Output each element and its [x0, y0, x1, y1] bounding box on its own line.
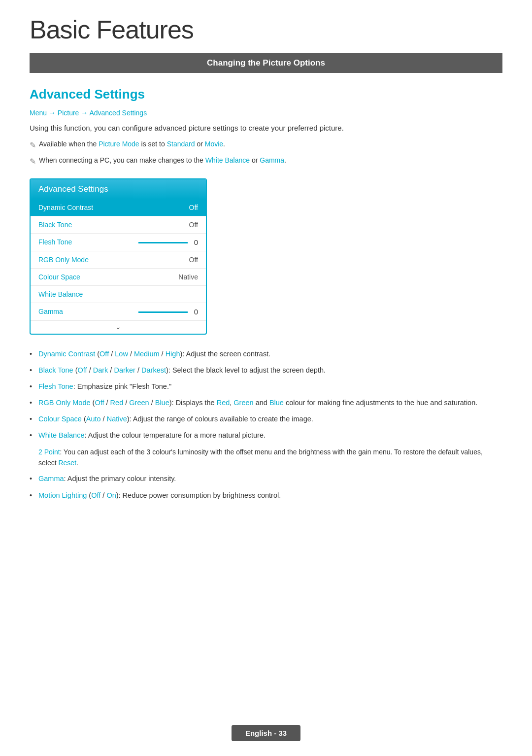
- bullet-ft-link: Flesh Tone: [38, 382, 73, 390]
- bullet-rgb-link: RGB Only Mode: [38, 399, 91, 407]
- menu-item-white-balance-label: White Balance: [38, 290, 83, 298]
- note-1-standard: Standard: [167, 140, 195, 148]
- menu-item-rgb-only-mode-value: Off: [189, 256, 198, 264]
- bullet-rgb-red2: Red: [217, 399, 230, 407]
- note-icon-2: ✎: [30, 156, 36, 168]
- menu-item-white-balance[interactable]: White Balance: [31, 286, 206, 303]
- breadcrumb-arrow1: →: [49, 109, 56, 117]
- bullet-bt-darkest: Darkest: [141, 366, 166, 374]
- menu-box: Advanced Settings Dynamic Contrast Off B…: [30, 178, 207, 335]
- note-1: ✎ Available when the Picture Mode is set…: [30, 139, 502, 151]
- breadcrumb-advanced: Advanced Settings: [89, 109, 147, 117]
- menu-item-flesh-tone[interactable]: Flesh Tone 0: [31, 234, 206, 251]
- note-2-text: When connecting a PC, you can make chang…: [39, 155, 286, 166]
- reset-link: Reset: [58, 459, 76, 467]
- bullet-rgb-green2: Green: [233, 399, 253, 407]
- note-1-picture-mode: Picture Mode: [99, 140, 139, 148]
- menu-box-title: Advanced Settings: [31, 179, 206, 199]
- bullet-rgb-blue: Blue: [155, 399, 169, 407]
- menu-item-flesh-tone-label: Flesh Tone: [38, 238, 72, 246]
- bullet-rgb-green: Green: [129, 399, 149, 407]
- menu-item-dynamic-contrast[interactable]: Dynamic Contrast Off: [31, 199, 206, 216]
- flesh-tone-number: 0: [194, 238, 198, 246]
- bullet-ml-on: On: [106, 491, 116, 499]
- menu-item-black-tone-value: Off: [189, 221, 198, 229]
- section-header: Changing the Picture Options: [30, 53, 502, 73]
- menu-item-gamma-label: Gamma: [38, 308, 63, 315]
- flesh-tone-slider[interactable]: [138, 242, 188, 243]
- menu-item-colour-space[interactable]: Colour Space Native: [31, 269, 206, 286]
- breadcrumb-menu: Menu: [30, 109, 47, 117]
- bullet-ml-link: Motion Lighting: [38, 491, 87, 499]
- bullet-cs-link: Colour Space: [38, 415, 82, 423]
- bullet-ml-off: Off: [91, 491, 100, 499]
- footer-badge: English - 33: [232, 725, 300, 741]
- breadcrumb-arrow2: →: [81, 109, 88, 117]
- menu-item-colour-space-value: Native: [178, 273, 198, 281]
- bullet-bt-darker: Darker: [114, 366, 135, 374]
- menu-item-colour-space-label: Colour Space: [38, 273, 80, 281]
- bullet-gamma-link: Gamma: [38, 475, 64, 482]
- note-2-gamma: Gamma: [260, 156, 284, 164]
- menu-item-flesh-tone-value: 0: [138, 238, 198, 246]
- bullet-rgb-red: Red: [110, 399, 124, 407]
- menu-item-gamma-value: 0: [138, 308, 198, 316]
- bullet-dc-medium: Medium: [134, 350, 160, 358]
- menu-item-black-tone-label: Black Tone: [38, 221, 72, 229]
- menu-item-black-tone[interactable]: Black Tone Off: [31, 216, 206, 234]
- bullet-list-2: Gamma: Adjust the primary colour intensi…: [30, 473, 502, 501]
- breadcrumb-picture: Picture: [58, 109, 79, 117]
- bullet-black-tone: Black Tone (Off / Dark / Darker / Darkes…: [30, 365, 502, 376]
- bullet-dc-off: Off: [100, 350, 109, 358]
- bullet-dc-link: Dynamic Contrast: [38, 350, 95, 358]
- page-title: Basic Features: [30, 15, 502, 44]
- note-1-text: Available when the Picture Mode is set t…: [39, 139, 225, 149]
- page-container: Basic Features Changing the Picture Opti…: [0, 0, 532, 546]
- bullet-list: Dynamic Contrast (Off / Low / Medium / H…: [30, 348, 502, 442]
- advanced-settings-title: Advanced Settings: [30, 87, 502, 102]
- bullet-cs-native: Native: [107, 415, 127, 423]
- bullet-dc-low: Low: [115, 350, 128, 358]
- bullet-colour-space: Colour Space (Auto / Native): Adjust the…: [30, 413, 502, 425]
- bullet-gamma: Gamma: Adjust the primary colour intensi…: [30, 473, 502, 484]
- two-point-text: 2 Point: You can adjust each of the 3 co…: [30, 447, 502, 469]
- footer: English - 33: [0, 725, 532, 741]
- two-point-link: 2 Point: [38, 448, 60, 456]
- menu-item-dynamic-contrast-value: Off: [189, 204, 198, 211]
- chevron-down-icon: ⌄: [31, 321, 206, 334]
- bullet-rgb-off: Off: [95, 399, 104, 407]
- bullet-dc-high: High: [166, 350, 180, 358]
- gamma-slider[interactable]: [138, 311, 188, 313]
- note-icon-1: ✎: [30, 139, 36, 151]
- bullet-dynamic-contrast: Dynamic Contrast (Off / Low / Medium / H…: [30, 348, 502, 360]
- bullet-bt-off: Off: [78, 366, 87, 374]
- bullet-rgb-blue2: Blue: [269, 399, 284, 407]
- bullet-motion-lighting: Motion Lighting (Off / On): Reduce power…: [30, 490, 502, 501]
- bullet-rgb-only-mode: RGB Only Mode (Off / Red / Green / Blue)…: [30, 397, 502, 409]
- intro-text: Using this function, you can configure a…: [30, 123, 502, 134]
- bullet-flesh-tone: Flesh Tone: Emphasize pink "Flesh Tone.": [30, 381, 502, 392]
- note-2-white-balance: White Balance: [205, 156, 250, 164]
- bullet-white-balance: White Balance: Adjust the colour tempera…: [30, 430, 502, 441]
- note-2: ✎ When connecting a PC, you can make cha…: [30, 155, 502, 168]
- menu-item-gamma[interactable]: Gamma 0: [31, 303, 206, 321]
- bullet-bt-link: Black Tone: [38, 366, 73, 374]
- bullet-bt-dark: Dark: [93, 366, 108, 374]
- menu-item-rgb-only-mode-label: RGB Only Mode: [38, 256, 89, 264]
- bullet-wb-link: White Balance: [38, 431, 85, 439]
- bullet-cs-auto: Auto: [86, 415, 101, 423]
- gamma-number: 0: [194, 308, 198, 316]
- menu-item-dynamic-contrast-label: Dynamic Contrast: [38, 204, 93, 211]
- breadcrumb: Menu → Picture → Advanced Settings: [30, 109, 502, 117]
- menu-item-rgb-only-mode[interactable]: RGB Only Mode Off: [31, 251, 206, 269]
- note-1-movie: Movie: [205, 140, 223, 148]
